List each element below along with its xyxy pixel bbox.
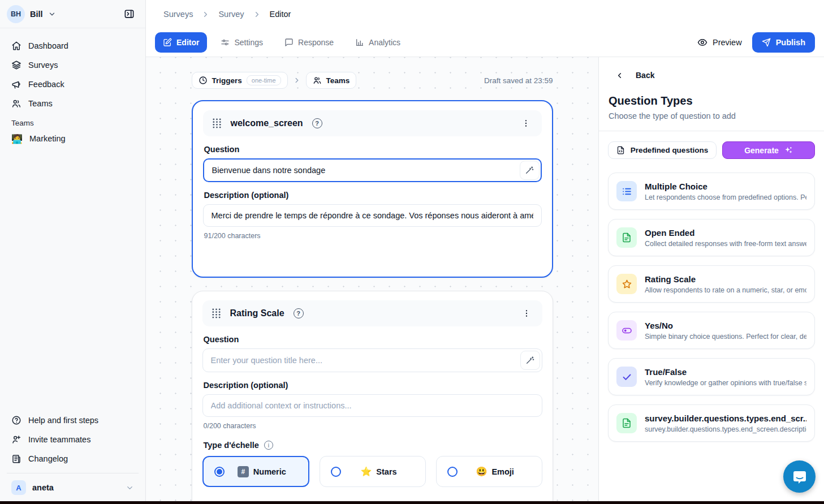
question-type-multiple-choice[interactable]: Multiple Choice Let respondents choose f… [608,173,815,210]
question-type-description: Let respondents choose from predefined o… [645,193,806,201]
question-type-yes-no[interactable]: Yes/No Simple binary choice questions. P… [608,312,815,349]
workspace-name: Bill [30,10,43,19]
scale-option-stars[interactable]: ⭐ Stars [320,456,426,487]
workspace-switcher[interactable]: BH Bill [0,0,145,28]
breadcrumb-survey[interactable]: Survey [218,10,244,19]
sidebar-toggle-icon[interactable] [120,6,137,23]
main-area: Surveys Survey Editor Editor Settings Re… [146,0,824,504]
smiley-emoji-icon: 😃 [476,467,487,476]
generate-button[interactable]: Generate [722,141,815,159]
description-field-label: Description (optional) [204,381,541,390]
send-icon [762,38,771,47]
sidebar: BH Bill Dashboard Surveys [0,0,146,504]
account-switcher[interactable]: A aneta [7,473,139,498]
predefined-questions-button[interactable]: Predefined questions [608,141,717,159]
drag-handle-icon[interactable] [212,118,222,129]
trigger-type-badge: one-time [247,75,281,85]
sidebar-item-label: Feedback [28,80,64,89]
generate-label: Generate [744,146,779,155]
character-count: 91/200 characters [204,232,541,240]
tab-editor[interactable]: Editor [155,32,207,53]
sparkles-icon [784,146,793,155]
help-circle-icon: ? [312,118,322,128]
question-type-description: Collect detailed responses with free-for… [645,240,806,248]
question-type-open-ended[interactable]: Open Ended Collect detailed responses wi… [608,219,815,256]
radio-unselected-icon[interactable] [331,467,341,477]
description-field-label: Description (optional) [204,191,541,200]
question-type-rating-scale[interactable]: Rating Scale Allow respondents to rate o… [608,265,815,303]
technologist-emoji-icon: 🧑‍💻 [11,133,23,144]
question-type-description: Allow respondents to rate on a numeric, … [645,286,806,294]
kebab-menu-icon[interactable] [520,307,533,320]
sidebar-item-teams[interactable]: Teams [7,94,139,113]
sidebar-item-dashboard[interactable]: Dashboard [7,36,139,55]
question-card-header: welcome_screen ? [203,110,542,136]
tab-label: Response [298,38,334,47]
clock-icon [199,76,208,85]
sidebar-item-label: Dashboard [28,41,68,50]
radio-unselected-icon[interactable] [447,467,458,477]
question-description-input[interactable] [202,394,542,417]
triggers-label: Triggers [212,76,242,85]
workspace-avatar: BH [7,5,25,23]
question-card-rating-scale[interactable]: Rating Scale ? Question [192,291,553,504]
question-card-title: welcome_screen [231,118,303,128]
layers-icon [11,60,21,70]
chat-widget-button[interactable] [783,460,816,493]
sidebar-item-label: Help and first steps [28,416,98,425]
question-title-input[interactable] [203,158,542,182]
breadcrumb-editor: Editor [270,10,291,19]
question-type-title: Multiple Choice [645,182,806,191]
breadcrumb: Surveys Survey Editor [146,0,824,28]
publish-button[interactable]: Publish [752,32,815,53]
kebab-menu-icon[interactable] [519,117,533,130]
app-window: BH Bill Dashboard Surveys [0,0,824,504]
scale-option-emoji[interactable]: 😃 Emoji [436,456,542,487]
user-plus-icon [11,434,21,445]
question-field-label: Question [204,335,541,344]
question-type-end-screen[interactable]: survey.builder.questions.types.end_scr..… [608,404,815,442]
question-card-header: Rating Scale ? [202,300,542,326]
file-code-icon [616,146,625,154]
question-title-input[interactable] [202,348,542,372]
sidebar-item-help[interactable]: Help and first steps [7,411,139,430]
file-text-icon [616,227,637,248]
magic-wand-icon[interactable] [520,161,540,180]
back-button[interactable]: Back [608,71,815,80]
sidebar-item-surveys[interactable]: Surveys [7,55,139,75]
window-bottom-edge [0,501,824,504]
file-text-icon [616,413,637,433]
sidebar-team-marketing[interactable]: 🧑‍💻 Marketing [7,128,139,149]
help-circle-icon [11,415,21,425]
divider [599,131,824,131]
question-types-panel: Back Question Types Choose the type of q… [598,57,824,504]
help-circle-icon: ? [294,308,304,318]
tab-analytics[interactable]: Analytics [347,32,408,53]
question-card-title: Rating Scale [230,308,284,318]
magic-wand-icon[interactable] [520,351,540,370]
scale-option-numeric[interactable]: # Numeric [202,456,310,487]
sidebar-item-changelog[interactable]: Changelog [7,449,139,468]
back-label: Back [636,71,654,80]
tab-settings[interactable]: Settings [213,32,271,53]
scale-option-label: Emoji [491,467,514,476]
canvas-toolbar: Triggers one-time Teams Draft saved at 2… [192,72,553,89]
sidebar-footer: Help and first steps Invite teammates Ch… [0,405,145,504]
radio-selected-icon[interactable] [214,467,225,477]
question-card-welcome-screen[interactable]: welcome_screen ? Question [192,100,553,278]
character-count: 0/200 characters [204,422,541,430]
breadcrumb-surveys[interactable]: Surveys [163,10,193,19]
question-description-input[interactable] [203,204,542,227]
chevron-down-icon [48,10,56,18]
tab-label: Analytics [369,38,400,47]
sidebar-item-invite[interactable]: Invite teammates [7,430,139,449]
tab-response[interactable]: Response [277,32,342,53]
bar-chart-icon [355,38,364,47]
drag-handle-icon[interactable] [212,308,221,319]
sidebar-item-feedback[interactable]: Feedback [7,75,139,94]
hash-keycap-icon: # [238,466,249,477]
triggers-pill[interactable]: Triggers one-time [192,72,288,89]
teams-pill[interactable]: Teams [306,72,357,89]
question-type-true-false[interactable]: True/False Verify knowledge or gather op… [608,358,815,395]
preview-button[interactable]: Preview [697,37,742,48]
